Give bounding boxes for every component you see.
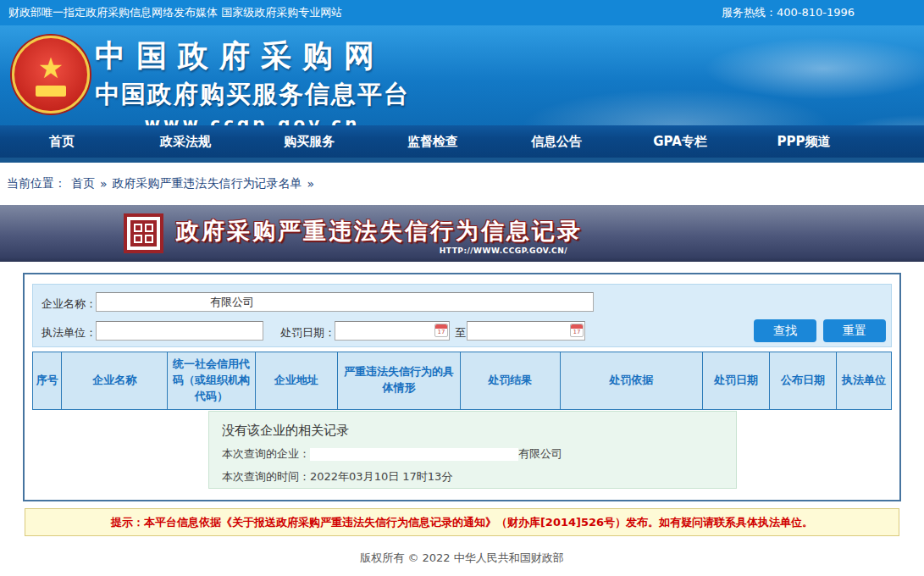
enforcement-unit-input[interactable]: [96, 321, 263, 341]
date-from-wrap: 17: [335, 321, 450, 341]
main-nav: 首页 政采法规 购买服务 监督检查 信息公告 GPA专栏 PPP频道: [0, 125, 924, 163]
top-info-bar: 财政部唯一指定政府采购信息网络发布媒体 国家级政府采购专业网站 服务热线：400…: [0, 0, 924, 25]
date-from-input[interactable]: [335, 321, 450, 341]
nav-item-ppp[interactable]: PPP频道: [742, 134, 866, 150]
table-header-row: 序号 企业名称 统一社会信用代码（或组织机构代码） 企业地址 严重违法失信行为的…: [33, 352, 892, 410]
nav-item-home[interactable]: 首页: [0, 134, 124, 150]
copyright-text: 版权所有 © 2022 中华人民共和国财政部: [360, 551, 563, 564]
col-publish-date: 公布日期: [769, 352, 836, 410]
col-enforcement-unit: 执法单位: [837, 352, 892, 410]
redaction-overlay: [310, 448, 518, 461]
col-serial-number: 序号: [33, 352, 62, 410]
enforcement-unit-label: 执法单位：: [41, 325, 97, 341]
col-penalty-date: 处罚日期: [702, 352, 769, 410]
col-company-address: 企业地址: [255, 352, 337, 410]
records-table: 序号 企业名称 统一社会信用代码（或组织机构代码） 企业地址 严重违法失信行为的…: [32, 352, 892, 410]
page-footer: 版权所有 © 2022 中华人民共和国财政部: [0, 551, 924, 566]
date-to-input[interactable]: [467, 321, 585, 341]
breadcrumb-trailing-separator: »: [307, 177, 315, 191]
nav-item-supervision[interactable]: 监督检查: [371, 134, 495, 150]
site-title-block: 中国政府采购网 中国政府购买服务信息平台 www.ccgp.gov.cn: [95, 36, 410, 125]
search-panel: 企业名称： 执法单位： 处罚日期： 17 至 17 查找 重置: [32, 284, 892, 347]
site-subtitle: 中国政府购买服务信息平台: [95, 78, 410, 112]
gate-shape: [36, 86, 66, 97]
site-url: www.ccgp.gov.cn: [95, 114, 410, 125]
site-header: ★ 中国政府采购网 中国政府购买服务信息平台 www.ccgp.gov.cn: [0, 25, 924, 125]
content-box: 企业名称： 执法单位： 处罚日期： 17 至 17 查找 重置 序号 企业名称: [23, 273, 901, 501]
query-result-box: 没有该企业的相关记录 本次查询的企业：有限公司 本次查询的时间：2022年03月…: [208, 411, 737, 489]
find-button[interactable]: 查找: [754, 319, 816, 342]
notice-bar: 提示：本平台信息依据《关于报送政府采购严重违法失信行为信息记录的通知》（财办库[…: [25, 508, 899, 536]
site-name[interactable]: 中国政府采购网: [95, 36, 410, 77]
calendar-icon[interactable]: 17: [570, 324, 584, 337]
banner-url: HTTP://WWW.CCGP.GOV.CN/: [407, 246, 567, 255]
national-emblem-logo[interactable]: ★: [12, 36, 90, 114]
star-icon: ★: [38, 53, 64, 82]
breadcrumb: 当前位置： 首页 » 政府采购严重违法失信行为记录名单 »: [0, 163, 924, 205]
query-time-line: 本次查询的时间：2022年03月10日 17时13分: [222, 469, 736, 485]
breadcrumb-label: 当前位置：: [7, 176, 66, 191]
site-tagline: 财政部唯一指定政府采购信息网络发布媒体 国家级政府采购专业网站: [8, 5, 342, 20]
nav-item-gpa[interactable]: GPA专栏: [618, 134, 742, 150]
page-banner: 政府采购严重违法失信行为信息记录 HTTP://WWW.CCGP.GOV.CN/: [0, 205, 924, 262]
queried-company-value: 有限公司: [518, 447, 562, 460]
breadcrumb-home-link[interactable]: 首页: [71, 176, 95, 191]
breadcrumb-current-link[interactable]: 政府采购严重违法失信行为记录名单: [113, 176, 302, 191]
penalty-date-label: 处罚日期：: [280, 325, 335, 341]
calendar-icon[interactable]: 17: [434, 324, 448, 337]
nav-item-purchase-services[interactable]: 购买服务: [247, 134, 371, 150]
breadcrumb-separator: »: [100, 177, 108, 191]
col-penalty-basis: 处罚依据: [560, 352, 702, 410]
queried-company-line: 本次查询的企业：有限公司: [222, 446, 736, 462]
nav-item-regulations[interactable]: 政采法规: [124, 134, 247, 150]
nav-item-announcements[interactable]: 信息公告: [495, 134, 618, 150]
date-to-wrap: 17: [467, 321, 585, 341]
page-title: 政府采购严重违法失信行为信息记录: [176, 216, 583, 246]
seal-stamp-icon: [124, 213, 163, 253]
seal-pattern: [130, 220, 157, 246]
col-penalty-result: 处罚结果: [460, 352, 560, 410]
col-company-name: 企业名称: [62, 352, 168, 410]
col-credit-code: 统一社会信用代码（或组织机构代码）: [168, 352, 255, 410]
no-records-message: 没有该企业的相关记录: [222, 423, 736, 439]
company-name-label: 企业名称：: [41, 296, 97, 312]
notice-text: 提示：本平台信息依据《关于报送政府采购严重违法失信行为信息记录的通知》（财办库[…: [111, 515, 813, 530]
company-name-input[interactable]: [96, 292, 594, 312]
reset-button[interactable]: 重置: [823, 319, 886, 342]
queried-company-label: 本次查询的企业：: [222, 447, 310, 460]
col-violation-details: 严重违法失信行为的具体情形: [337, 352, 460, 410]
service-hotline: 服务热线：400-810-1996: [722, 5, 855, 20]
date-range-separator: 至: [455, 325, 466, 341]
